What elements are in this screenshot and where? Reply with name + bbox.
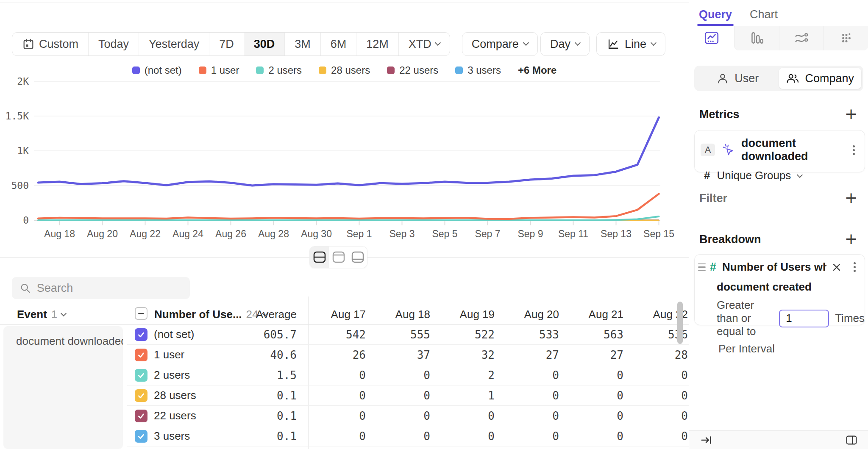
metric-name[interactable]: document downloaded <box>741 137 843 163</box>
legend-more[interactable]: +6 More <box>518 64 556 76</box>
metric-aggregation-row[interactable]: # Unique Groups <box>695 163 865 182</box>
event-column-header[interactable]: Event 1 <box>17 308 66 321</box>
range-yesterday[interactable]: Yesterday <box>139 33 209 55</box>
chart-type-line-segment[interactable] <box>690 26 734 50</box>
series-checkbox[interactable] <box>135 430 147 443</box>
check-icon <box>136 370 146 380</box>
cell-value: 0 <box>373 389 437 402</box>
tab-query[interactable]: Query <box>699 3 732 26</box>
range-3m[interactable]: 3M <box>284 33 320 55</box>
event-list-cell[interactable]: document downloaded [U... <box>3 326 123 449</box>
series-checkbox[interactable] <box>135 328 147 341</box>
cell-value: 0 <box>308 389 373 402</box>
close-icon[interactable] <box>831 261 843 273</box>
table-row: 1 user40.6263732272728 <box>127 345 689 365</box>
chart-type-bar-segment[interactable] <box>734 26 779 50</box>
chart-type-more-segment[interactable] <box>823 26 868 50</box>
tab-chart[interactable]: Chart <box>750 3 778 26</box>
series-label: (not set) <box>154 328 247 341</box>
vertical-scrollbar[interactable] <box>677 302 683 344</box>
range-label: 12M <box>366 38 389 51</box>
legend-swatch <box>387 67 395 74</box>
date-column-header[interactable]: Aug 18 <box>373 308 437 321</box>
date-column-header[interactable]: Aug 17 <box>308 308 373 321</box>
panel-layout-icon[interactable] <box>845 434 858 446</box>
metric-kebab-menu[interactable] <box>849 145 859 155</box>
select-all-checkbox[interactable] <box>135 307 147 320</box>
range-7d[interactable]: 7D <box>209 33 244 55</box>
metric-row: A document downloaded <box>695 130 865 163</box>
x-axis-tick: Sep 1 <box>346 228 372 239</box>
series-checkbox[interactable] <box>135 389 147 402</box>
sidebar-footer <box>689 430 868 449</box>
date-column-header[interactable]: Aug 19 <box>437 308 501 321</box>
chart-type-button[interactable]: Line <box>596 32 665 56</box>
search-box <box>12 277 190 299</box>
average-value: 1.5 <box>247 369 297 382</box>
series-checkbox[interactable] <box>135 410 147 422</box>
series-label: 2 users <box>154 369 247 382</box>
legend-item[interactable]: (not set) <box>132 64 182 76</box>
x-axis-tick: Aug 30 <box>301 228 332 239</box>
times-value-input[interactable] <box>779 310 829 327</box>
layout-table-only-button[interactable] <box>348 247 367 268</box>
search-icon <box>19 282 31 294</box>
layout-split-button[interactable] <box>310 247 329 268</box>
legend-label: 3 users <box>467 64 501 76</box>
x-axis-tick: Aug 28 <box>258 228 289 239</box>
breakdown-condition-row: Greater than or equal to Times <box>695 294 865 338</box>
breakdown-card[interactable]: # Number of Users who did... document cr… <box>694 254 865 325</box>
average-value: 0.1 <box>247 410 297 422</box>
series-line-1 user[interactable] <box>38 194 659 219</box>
series-line-(not set)[interactable] <box>38 117 659 186</box>
range-12m[interactable]: 12M <box>356 33 398 55</box>
add-metric-button[interactable]: + <box>843 107 859 122</box>
layout-toggle-group <box>309 246 367 268</box>
times-unit-label: Times <box>835 312 865 325</box>
legend-swatch <box>455 67 463 74</box>
legend-item[interactable]: 2 users <box>256 64 302 76</box>
legend-item[interactable]: 1 user <box>199 64 239 76</box>
date-column-header[interactable]: Aug 20 <box>501 308 566 321</box>
breakdown-title[interactable]: Number of Users who did... <box>722 261 826 274</box>
cell-value: 0 <box>630 410 689 422</box>
breakdown-event[interactable]: document created <box>695 274 865 294</box>
compare-button[interactable]: Compare <box>462 32 538 56</box>
cell-value: 542 <box>308 328 373 341</box>
series-checkbox[interactable] <box>135 349 147 361</box>
range-xtd[interactable]: XTD <box>398 33 450 55</box>
legend-item[interactable]: 28 users <box>319 64 370 76</box>
granularity-button[interactable]: Day <box>540 32 590 56</box>
y-axis-tick: 500 <box>11 180 29 191</box>
search-input[interactable] <box>37 282 182 295</box>
cell-value: 0 <box>308 410 373 422</box>
breakdown-kebab-menu[interactable] <box>849 262 860 272</box>
table-body: (not set)605.75425555225335635361 user40… <box>127 324 689 446</box>
cell-value: 0 <box>501 369 566 382</box>
series-checkbox[interactable] <box>135 369 147 382</box>
chart-type-flow-segment[interactable] <box>779 26 824 50</box>
date-values: 000000 <box>308 410 689 422</box>
condition-label[interactable]: Greater than or equal to <box>717 299 773 338</box>
legend-item[interactable]: 3 users <box>455 64 501 76</box>
range-label: Yesterday <box>149 38 199 51</box>
range-6m[interactable]: 6M <box>320 33 356 55</box>
legend-item[interactable]: 22 users <box>387 64 438 76</box>
collapse-panel-icon[interactable] <box>699 433 713 447</box>
numeric-property-icon: # <box>710 261 716 274</box>
add-filter-button[interactable]: + <box>843 191 859 206</box>
add-breakdown-button[interactable]: + <box>843 232 859 247</box>
metric-card[interactable]: A document downloaded # Unique Groups <box>694 130 865 172</box>
date-column-header[interactable]: Aug 21 <box>566 308 630 321</box>
drag-handle-icon[interactable] <box>698 263 706 271</box>
range-today[interactable]: Today <box>88 33 139 55</box>
layout-chart-only-button[interactable] <box>329 247 348 268</box>
average-column-header[interactable]: Average <box>229 308 297 321</box>
bottom-view-icon <box>351 251 364 263</box>
toggle-user[interactable]: User <box>696 68 779 89</box>
range-custom[interactable]: Custom <box>12 33 88 55</box>
line-chart[interactable]: 05001K1.5K2KAug 18Aug 20Aug 22Aug 24Aug … <box>0 64 689 241</box>
segment-dot-grid-icon <box>838 30 854 46</box>
toggle-company[interactable]: Company <box>779 68 862 89</box>
range-30d[interactable]: 30D <box>244 33 285 55</box>
